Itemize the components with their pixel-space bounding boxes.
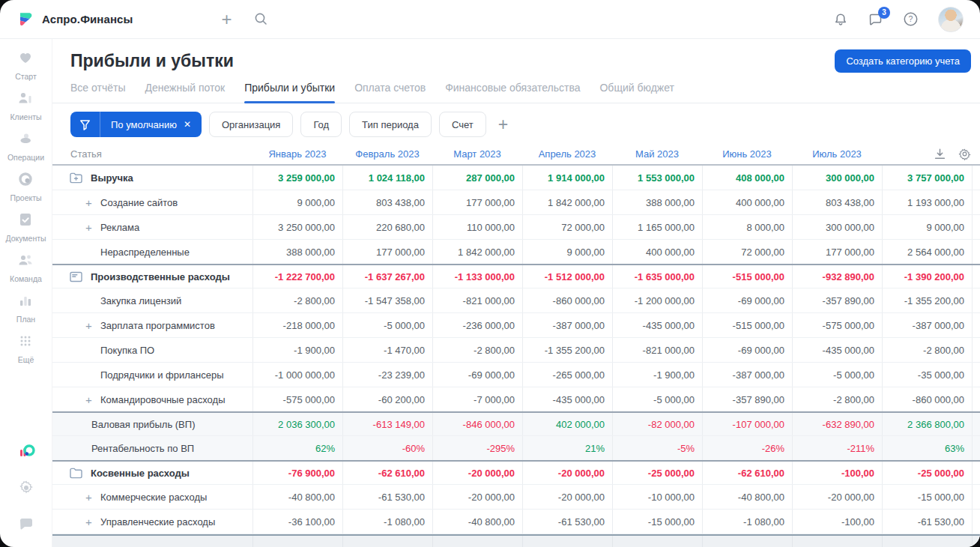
value-cell: -23 239,00 [342,363,432,387]
folder-icon[interactable] [69,467,83,480]
filter-chip-организация[interactable]: Организация [209,112,293,137]
chat-icon[interactable]: 3 [868,12,883,27]
tab-все-отчёты[interactable]: Все отчёты [70,82,125,103]
row-edge-sliver [972,265,980,288]
column-header-month[interactable]: Январь 2023 [252,148,342,160]
sidebar-item-team[interactable]: Команда [10,252,42,283]
table-row: Подрядчики и фрилансеры-1 000 000,00-23 … [52,363,980,387]
person-chart-icon [17,90,34,109]
expand-plus-icon[interactable]: + [85,221,100,234]
value-cell: 300 000,00 [792,215,882,239]
active-filter-label: По умолчанию [111,119,177,130]
sidebar-item-clients[interactable]: Клиенты [10,90,41,121]
expand-plus-icon[interactable]: + [85,196,100,209]
value-cell: -613 149,00 [342,413,432,435]
table-settings-gear-icon[interactable] [958,148,971,160]
tab-денежный-поток[interactable]: Денежный поток [145,82,225,103]
value-cell: -515 000,00 [702,265,792,288]
value-cell: -1 470,00 [342,338,432,362]
people-icon [16,252,34,271]
user-avatar[interactable] [938,7,964,32]
value-cell: -20 000,00 [432,462,522,484]
column-header-month[interactable]: Март 2023 [432,148,522,160]
row-edge-sliver [972,215,980,239]
expand-plus-icon[interactable]: + [85,516,100,528]
sidebar-item-operations[interactable]: Операции [7,130,44,162]
page-header: Прибыли и убытки Создать категорию учета [52,39,980,73]
column-header-month[interactable]: Июль 2023 [792,148,882,160]
filter-chip-счет[interactable]: Счет [439,112,486,137]
coins-icon [17,130,34,150]
filter-chip-год[interactable]: Год [300,112,342,137]
sidebar-item-label: Документы [5,234,46,243]
folder-plus-icon[interactable] [69,172,83,184]
value-cell: -61 530,00 [882,510,972,534]
sidebar-item-more[interactable]: Ещё [17,333,34,364]
value-cell: -2 800,00 [882,338,972,362]
value-cell: -435 000,00 [522,387,612,411]
filter-chip-тип-периода[interactable]: Тип периода [349,112,432,137]
create-category-button[interactable]: Создать категорию учета [835,49,971,73]
column-header-month[interactable]: Июнь 2023 [702,148,792,160]
help-icon[interactable]: ? [903,11,919,27]
row-edge-sliver [972,462,980,484]
row-label-cell[interactable]: Выручка [52,166,252,190]
tab-общий-бюджет[interactable]: Общий бюджет [599,82,674,103]
value-cell: -821 000,00 [612,338,702,362]
value-cell: 62% [252,436,342,460]
table-row: +Создание сайтов9 000,00803 438,00177 00… [52,190,980,215]
column-header-month[interactable]: Февраль 2023 [342,148,432,160]
value-cell: -218 000,00 [252,313,342,337]
value-cell: -2 800,00 [252,288,342,312]
expand-plus-icon[interactable]: + [85,491,100,504]
sidebar-item-projects[interactable]: Проекты [10,171,41,202]
table-actions [882,148,980,160]
row-label: Управленческие расходы [100,516,215,528]
value-cell: -387 000,00 [702,363,792,387]
aspro-mini-logo-icon[interactable] [16,442,36,462]
tab-оплата-счетов[interactable]: Оплата счетов [354,82,426,103]
table-row: +Реклама3 250 000,00220 680,00110 000,00… [52,215,980,240]
row-label: Создание сайтов [100,197,178,208]
value-cell: 1 553 000,00 [612,166,702,190]
column-header-month[interactable]: Апрель 2023 [522,148,612,160]
value-cell: -40 800,00 [702,485,792,509]
column-header-month[interactable]: Май 2023 [612,148,702,160]
card-lines-icon[interactable] [69,271,83,283]
value-cell: 72 000,00 [522,215,612,239]
value-cell: 63% [882,436,972,460]
add-icon[interactable]: + [221,10,232,28]
filter-chips: ОрганизацияГодТип периодаСчет [209,112,486,137]
value-cell: -82 000,00 [612,413,702,435]
add-filter-icon[interactable]: + [498,115,508,135]
expand-plus-icon[interactable]: + [85,393,100,406]
tab-прибыли-и-убытки[interactable]: Прибыли и убытки [244,82,335,103]
search-icon[interactable] [254,12,268,26]
expand-plus-icon[interactable]: + [85,319,100,332]
tab-финансовые-обязательства[interactable]: Финансовые обязательства [445,82,580,103]
default-filter-button[interactable]: По умолчанию ✕ [70,112,202,137]
value-cell: 400 000,00 [702,190,792,214]
download-icon[interactable] [934,148,946,160]
sidebar-item-plan[interactable]: План [16,292,35,324]
sidebar-item-start[interactable]: Старт [15,49,37,81]
feedback-chat-icon[interactable] [18,517,34,535]
value-cell: -575 000,00 [252,387,342,411]
row-label-cell[interactable]: Производственные расходы [52,265,252,288]
sidebar-item-documents[interactable]: Документы [5,211,46,243]
row-edge-sliver [972,436,980,460]
row-label-cell[interactable]: Косвенные расходы [52,462,252,484]
remove-filter-icon[interactable]: ✕ [184,119,191,130]
row-edge-sliver [972,363,980,387]
value-cell: -40 800,00 [252,485,342,509]
settings-gear-icon[interactable] [18,480,34,499]
row-label-cell: +Управленческие расходы [52,510,252,534]
table-row: Рентабельность по ВП62%-60%-295%21%-5%-2… [52,436,980,461]
value-cell: -846 000,00 [432,413,522,435]
value-cell: -1 390 200,00 [882,265,972,288]
value-cell: -76 900,00 [252,462,342,484]
value-cell: -1 355 200,00 [522,338,612,362]
value-cell: 21% [522,436,612,460]
row-edge-sliver [972,485,980,509]
bell-icon[interactable] [833,12,848,27]
